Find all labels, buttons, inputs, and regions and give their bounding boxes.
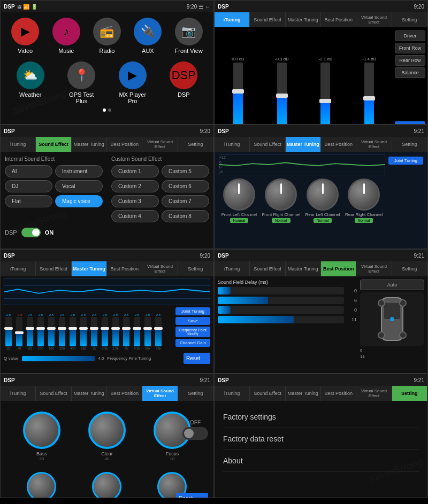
tab-best-position[interactable]: Best Position — [321, 12, 356, 27]
eq-track-400[interactable] — [70, 317, 76, 346]
tab-master-v[interactable]: Master Tuning — [72, 386, 107, 401]
knob-rr-control[interactable] — [348, 179, 380, 211]
tab-se-eq[interactable]: Sound Effect — [36, 261, 71, 276]
delay-track-2[interactable] — [218, 297, 344, 304]
btn-magic-voice[interactable]: Magic voice — [55, 195, 103, 207]
tab-ituning-eq[interactable]: iTuning — [1, 261, 36, 276]
home-icon-video[interactable]: ▶ Video — [6, 18, 44, 54]
tab-setting-eq[interactable]: Setting — [178, 261, 213, 276]
tab-setting-mk[interactable]: Setting — [392, 137, 427, 152]
thumb-superbass[interactable] — [232, 89, 244, 94]
btn-ai[interactable]: AI — [5, 165, 52, 177]
tab-master-mk[interactable]: Master Tuning — [286, 137, 321, 152]
track-treble[interactable] — [364, 63, 374, 125]
tab-setting-v[interactable]: Setting — [178, 386, 213, 401]
tab-setting-se[interactable]: Setting — [178, 137, 213, 152]
eq-track-6300[interactable] — [134, 317, 140, 346]
knob-fl-control[interactable] — [223, 179, 255, 211]
tab-best-eq[interactable]: Best Position — [107, 261, 142, 276]
tab-virtual-bp[interactable]: Virtual Sound Effect — [356, 261, 392, 276]
btn-front-row[interactable]: Front Row — [395, 43, 425, 53]
btn-driver[interactable]: Driver — [395, 30, 425, 41]
btn-custom5[interactable]: Custom 5 — [162, 165, 209, 177]
tab-best-bp[interactable]: Best Position — [321, 261, 356, 276]
eq-track-63[interactable] — [27, 317, 33, 346]
track-midtreble[interactable] — [320, 63, 330, 125]
home-icon-frontview[interactable]: 📷 Front View — [170, 18, 208, 54]
dsp-toggle[interactable] — [21, 228, 41, 237]
btn-auto[interactable]: Auto — [360, 280, 424, 290]
tab-master-eq[interactable]: Master Tuning — [72, 261, 107, 276]
btn-custom4[interactable]: Custom 4 — [111, 210, 159, 222]
eq-track-630[interactable] — [80, 317, 87, 346]
btn-vocal[interactable]: Vocal — [55, 180, 103, 192]
tab-se-bp[interactable]: Sound Effect — [250, 261, 285, 276]
tab-setting-s[interactable]: Setting — [392, 386, 427, 401]
delay-track-4[interactable] — [218, 316, 344, 323]
eq-track-40[interactable] — [16, 317, 22, 346]
eq-track-4000[interactable] — [123, 317, 129, 346]
off-toggle-switch[interactable] — [182, 427, 208, 440]
btn-custom1[interactable]: Custom 1 — [111, 165, 159, 177]
tab-sound-effect[interactable]: Sound Effect — [250, 12, 285, 27]
tab-best-se[interactable]: Best Position — [107, 137, 142, 152]
thumb-midbass[interactable] — [276, 94, 288, 98]
tab-master-s[interactable]: Master Tuning — [286, 386, 321, 401]
home-icon-mxplayer[interactable]: ▶ MX Player Pro — [114, 61, 151, 104]
home-icon-radio[interactable]: 📻 Radio — [88, 18, 126, 54]
btn-custom8[interactable]: Custom 8 — [162, 210, 209, 222]
btn-freq-modify[interactable]: Frequency Point Modify — [175, 327, 210, 337]
tab-best-s[interactable]: Best Position — [321, 386, 356, 401]
btn-dj[interactable]: DJ — [5, 180, 52, 192]
btn-balance[interactable]: Balance — [395, 67, 425, 78]
btn-rear-row[interactable]: Rear Row — [395, 55, 425, 66]
knob-fr-control[interactable] — [265, 179, 297, 211]
btn-custom7[interactable]: Custom 7 — [162, 195, 209, 207]
tab-se-v[interactable]: Sound Effect — [36, 386, 71, 401]
btn-joint-tuning-mk[interactable]: Joint Tuning — [388, 157, 423, 165]
btn-joint-tuning-eq[interactable]: Joint Tuning — [175, 307, 210, 315]
setting-factory[interactable]: Factory settings — [223, 406, 419, 428]
btn-instrument[interactable]: Instrument — [55, 165, 103, 177]
tab-setting[interactable]: Setting — [392, 12, 427, 27]
tab-master-bp[interactable]: Master Tuning — [286, 261, 321, 276]
eq-track-100[interactable] — [37, 317, 44, 346]
btn-custom2[interactable]: Custom 2 — [111, 180, 159, 192]
btn-channel-gain[interactable]: Channel Gain — [175, 339, 210, 347]
tab-setting-bp[interactable]: Setting — [392, 261, 427, 276]
virt-knob-clear-control[interactable] — [88, 412, 126, 449]
eq-track-2500[interactable] — [112, 317, 119, 346]
tab-ituning-se[interactable]: iTuning — [1, 137, 36, 152]
tab-ituning-mk[interactable]: iTuning — [215, 137, 250, 152]
eq-track-250[interactable] — [59, 317, 65, 346]
home-icon-gps[interactable]: 📍 GPS Test Plus — [63, 61, 100, 104]
btn-custom3[interactable]: Custom 3 — [111, 195, 159, 207]
btn-save-eq[interactable]: Save — [175, 317, 210, 325]
tab-sound-effect-se[interactable]: Sound Effect — [36, 137, 71, 152]
eq-track-16000[interactable] — [155, 317, 162, 346]
setting-factory-reset[interactable]: Factory data reset — [223, 428, 419, 450]
tab-virtual-mk[interactable]: Virtual Sound Effect — [356, 137, 392, 152]
thumb-midtreble[interactable] — [319, 99, 331, 103]
virt-knob-depth-control[interactable] — [92, 472, 121, 498]
home-icon-dsp[interactable]: DSP DSP — [165, 61, 202, 104]
setting-about[interactable]: About — [223, 450, 419, 472]
btn-custom6[interactable]: Custom 6 — [162, 180, 209, 192]
eq-track-10000[interactable] — [144, 317, 151, 346]
home-icon-aux[interactable]: 🔌 AUX — [129, 18, 166, 54]
eq-track-25[interactable] — [5, 317, 12, 346]
tab-master-se[interactable]: Master Tuning — [72, 137, 107, 152]
track-superbass[interactable] — [233, 63, 243, 125]
knob-rl-control[interactable] — [307, 179, 339, 211]
eq-track-160[interactable] — [48, 317, 55, 346]
tab-best-v[interactable]: Best Position — [107, 386, 142, 401]
virt-knob-nicam-control[interactable] — [27, 472, 56, 498]
tab-ituning-v[interactable]: iTuning — [1, 386, 36, 401]
tab-se-s[interactable]: Sound Effect — [250, 386, 285, 401]
btn-flat[interactable]: Flat — [5, 195, 52, 207]
tab-virtual-eq[interactable]: Virtual Sound Effect — [142, 261, 178, 276]
thumb-treble[interactable] — [363, 96, 375, 100]
tab-ituning-bp[interactable]: iTuning — [215, 261, 250, 276]
virt-knob-bass-control[interactable] — [23, 412, 60, 449]
eq-track-1600[interactable] — [102, 317, 108, 346]
